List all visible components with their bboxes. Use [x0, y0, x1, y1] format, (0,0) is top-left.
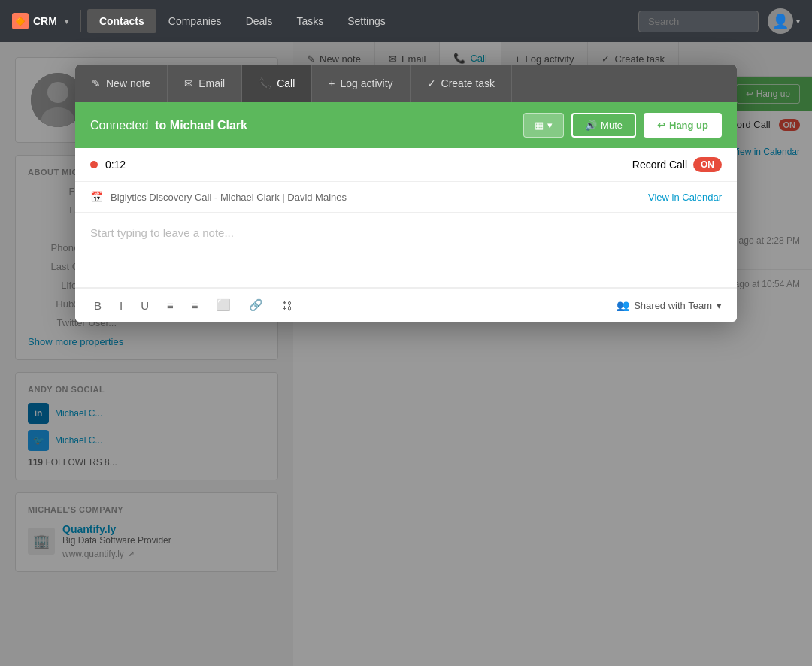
calendar-icon: 📅: [90, 191, 103, 203]
modal-tab-log-activity[interactable]: + Log activity: [312, 65, 410, 102]
logo-icon: 🔶: [12, 13, 29, 29]
team-icon: 👥: [617, 299, 629, 311]
nav-divider: [80, 10, 81, 32]
toolbar-ordered-list[interactable]: ≡: [188, 297, 202, 314]
view-calendar-link[interactable]: View in Calendar: [648, 192, 722, 203]
nav-logo[interactable]: 🔶 CRM ▾: [12, 13, 68, 29]
hangup-icon: ↩: [657, 120, 665, 131]
call-modal: ✎ New note ✉ Email 📞 Call + Log activity…: [75, 65, 737, 322]
shared-dropdown-arrow: ▾: [717, 300, 722, 311]
toolbar-underline[interactable]: U: [137, 297, 153, 314]
modal-calendar-row: 📅 Biglytics Discovery Call - Michael Cla…: [75, 182, 737, 213]
nav-item-settings[interactable]: Settings: [335, 9, 398, 33]
modal-record-toggle[interactable]: ON: [693, 157, 722, 172]
modal-toolbar: B I U ≡ ≡ ⬜ 🔗: [75, 288, 737, 322]
nav-item-deals[interactable]: Deals: [234, 9, 285, 33]
modal-note-area[interactable]: Start typing to leave a note...: [75, 213, 737, 288]
search-input[interactable]: [638, 11, 759, 32]
new-note-icon: ✎: [92, 77, 101, 89]
email-icon: ✉: [184, 77, 193, 89]
modal-overlay: ✎ New note ✉ Email 📞 Call + Log activity…: [0, 42, 812, 666]
modal-mute-button[interactable]: 🔊 Mute: [571, 113, 636, 138]
unlink-icon: ⛓: [281, 299, 292, 312]
shared-with-team[interactable]: 👥 Shared with Team ▾: [617, 299, 722, 311]
modal-tab-call[interactable]: 📞 Call: [242, 65, 312, 102]
main-layout: Michael Clark 🏢 CIO, Quantify.ly ABOUT M…: [0, 42, 812, 666]
mute-icon: 🔊: [585, 120, 597, 131]
nav-item-companies[interactable]: Companies: [156, 9, 234, 33]
create-task-icon: ✓: [427, 77, 436, 89]
modal-tab-bar: ✎ New note ✉ Email 📞 Call + Log activity…: [75, 65, 737, 102]
toolbar-italic[interactable]: I: [116, 297, 126, 314]
link-icon: 🔗: [249, 298, 263, 311]
record-dot: [90, 161, 98, 168]
modal-hangup-button[interactable]: ↩ Hang up: [644, 113, 722, 138]
nav-item-contacts[interactable]: Contacts: [87, 9, 156, 33]
call-icon: 📞: [259, 77, 271, 89]
crm-label: CRM: [33, 15, 57, 27]
toolbar-unlink[interactable]: ⛓: [277, 297, 296, 314]
toolbar-unordered-list[interactable]: ≡: [163, 297, 177, 314]
modal-tab-email[interactable]: ✉ Email: [168, 65, 242, 102]
toolbar-image[interactable]: ⬜: [213, 296, 235, 314]
toolbar-link[interactable]: 🔗: [245, 296, 267, 314]
image-icon: ⬜: [217, 298, 231, 311]
toolbar-bold[interactable]: B: [90, 297, 105, 314]
log-activity-icon: +: [329, 77, 335, 89]
modal-tab-new-note[interactable]: ✎ New note: [75, 65, 168, 102]
avatar[interactable]: 👤: [768, 8, 793, 34]
avatar-dropdown-arrow[interactable]: ▾: [796, 17, 800, 26]
modal-grid-button[interactable]: ▦ ▾: [523, 113, 564, 138]
top-navigation: 🔶 CRM ▾ Contacts Companies Deals Tasks S…: [0, 0, 812, 42]
nav-item-tasks[interactable]: Tasks: [284, 9, 335, 33]
crm-dropdown-arrow[interactable]: ▾: [65, 17, 68, 26]
modal-tab-create-task[interactable]: ✓ Create task: [411, 65, 513, 102]
modal-connected-bar: Connected to Michael Clark ▦ ▾ 🔊 Mute ↩: [75, 102, 737, 148]
modal-record-row: 0:12 Record Call ON: [75, 148, 737, 182]
